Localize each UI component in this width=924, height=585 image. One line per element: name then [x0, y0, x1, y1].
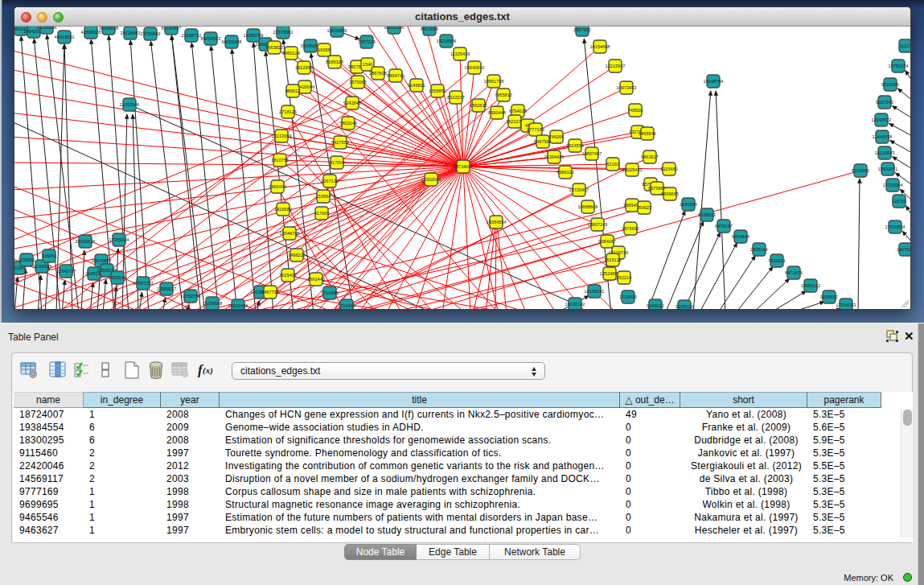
- svg-text:746266: 746266: [549, 134, 565, 139]
- svg-text:17359924: 17359924: [109, 237, 129, 242]
- svg-text:14136141: 14136141: [585, 289, 605, 294]
- svg-text:20206536: 20206536: [76, 239, 96, 244]
- svg-text:1691440: 1691440: [307, 277, 325, 282]
- svg-text:335051: 335051: [42, 253, 57, 258]
- svg-text:46913810: 46913810: [55, 35, 75, 39]
- svg-text:16782759: 16782759: [181, 294, 201, 299]
- svg-text:16648784: 16648784: [704, 79, 724, 84]
- svg-text:7955812: 7955812: [495, 93, 512, 97]
- svg-text:9474444: 9474444: [732, 234, 749, 239]
- svg-text:10033809: 10033809: [327, 28, 347, 33]
- svg-text:12342737: 12342737: [56, 269, 76, 274]
- svg-text:9115460: 9115460: [660, 167, 677, 171]
- svg-text:1250516: 1250516: [109, 275, 126, 280]
- svg-text:9463627: 9463627: [641, 154, 659, 159]
- svg-text:3624554: 3624554: [566, 143, 584, 148]
- svg-text:3716485: 3716485: [321, 290, 339, 295]
- svg-text:1167533: 1167533: [897, 247, 910, 252]
- svg-text:2687652: 2687652: [573, 27, 591, 32]
- svg-text:16210643: 16210643: [875, 150, 895, 155]
- svg-text:6497568: 6497568: [534, 139, 552, 144]
- svg-text:(x): (x): [203, 365, 213, 376]
- svg-text:8471876: 8471876: [785, 270, 803, 275]
- svg-text:3912954: 3912954: [295, 65, 313, 70]
- svg-text:7357224: 7357224: [358, 39, 376, 44]
- svg-text:21668732: 21668732: [182, 33, 202, 38]
- svg-text:22575562: 22575562: [273, 30, 294, 35]
- svg-text:1965499: 1965499: [269, 184, 286, 189]
- svg-text:2718126: 2718126: [279, 109, 297, 114]
- svg-text:9465546: 9465546: [639, 131, 656, 136]
- svg-text:1546: 1546: [363, 62, 372, 67]
- svg-text:18724007: 18724007: [454, 164, 474, 169]
- svg-text:28728463: 28728463: [121, 31, 141, 35]
- svg-text:116753: 116753: [892, 199, 906, 204]
- svg-text:66629388: 66629388: [222, 39, 242, 44]
- svg-text:15751074: 15751074: [889, 64, 909, 68]
- svg-text:3498222: 3498222: [288, 253, 306, 257]
- svg-text:17016504: 17016504: [885, 225, 906, 229]
- svg-text:13356886: 13356886: [37, 27, 57, 30]
- svg-text:1916682: 1916682: [274, 207, 292, 212]
- svg-text:9329966: 9329966: [881, 82, 899, 87]
- svg-text:8427552: 8427552: [331, 140, 349, 145]
- svg-text:252214: 252214: [617, 275, 632, 280]
- svg-text:23302046: 23302046: [421, 177, 441, 182]
- svg-text:12213369: 12213369: [272, 134, 292, 138]
- svg-text:8938923: 8938923: [698, 212, 716, 217]
- svg-text:9245013: 9245013: [676, 304, 693, 309]
- svg-text:8322037: 8322037: [447, 95, 465, 100]
- svg-text:8454749: 8454749: [387, 73, 405, 78]
- svg-text:23756669: 23756669: [141, 31, 161, 36]
- svg-text:989012: 989012: [285, 89, 301, 93]
- svg-text:153594: 153594: [316, 194, 331, 199]
- svg-text:90801586: 90801586: [384, 27, 405, 30]
- svg-text:10961758: 10961758: [484, 79, 504, 84]
- svg-text:12093822: 12093822: [872, 117, 892, 122]
- svg-text:9245652: 9245652: [820, 295, 838, 299]
- svg-text:19958117: 19958117: [157, 286, 176, 291]
- svg-text:1615132: 1615132: [604, 257, 622, 262]
- svg-text:3675685: 3675685: [349, 80, 367, 84]
- svg-text:15692971: 15692971: [878, 167, 898, 171]
- svg-text:11156829: 11156829: [32, 264, 51, 269]
- svg-text:15720407: 15720407: [569, 187, 589, 192]
- svg-text:1135051: 1135051: [18, 257, 35, 262]
- svg-text:6479197: 6479197: [715, 224, 733, 229]
- svg-text:354923: 354923: [637, 205, 652, 210]
- svg-text:10046788: 10046788: [280, 231, 300, 236]
- svg-text:6794028: 6794028: [509, 109, 527, 113]
- svg-text:417005: 417005: [314, 211, 330, 216]
- svg-text:2935114: 2935114: [750, 247, 767, 252]
- svg-text:9227343: 9227343: [876, 100, 893, 105]
- svg-text:39958838: 39958838: [99, 27, 119, 31]
- svg-text:14136142: 14136142: [565, 302, 585, 307]
- svg-text:9699695: 9699695: [661, 192, 679, 196]
- svg-text:14265799: 14265799: [244, 33, 264, 38]
- svg-text:1975692: 1975692: [622, 226, 639, 231]
- svg-text:8660124: 8660124: [282, 51, 300, 56]
- svg-text:17334263: 17334263: [836, 303, 856, 307]
- svg-text:16058: 16058: [318, 47, 331, 52]
- svg-text:10807487: 10807487: [582, 151, 602, 156]
- svg-text:7803144: 7803144: [339, 121, 357, 126]
- svg-text:10654112: 10654112: [801, 283, 820, 288]
- svg-text:19234568: 19234568: [203, 301, 223, 306]
- svg-text:9245012: 9245012: [647, 303, 664, 308]
- svg-text:11123: 11123: [900, 43, 910, 48]
- svg-text:748500: 748500: [628, 108, 643, 113]
- svg-text:8186328: 8186328: [326, 60, 343, 64]
- svg-text:83197857: 83197857: [162, 27, 182, 31]
- svg-text:2867608: 2867608: [369, 71, 387, 76]
- svg-text:10025433: 10025433: [622, 167, 643, 172]
- svg-text:12213967: 12213967: [606, 64, 626, 68]
- svg-text:9242848: 9242848: [343, 101, 361, 105]
- svg-text:7663822: 7663822: [265, 45, 283, 50]
- svg-text:7625402: 7625402: [279, 273, 297, 278]
- svg-text:11325419: 11325419: [450, 51, 470, 56]
- svg-text:1810755: 1810755: [271, 158, 289, 163]
- svg-text:10973493: 10973493: [617, 85, 637, 90]
- svg-text:9084067: 9084067: [598, 239, 616, 244]
- svg-text:21053346: 21053346: [120, 102, 140, 107]
- svg-text:7632621: 7632621: [768, 258, 786, 263]
